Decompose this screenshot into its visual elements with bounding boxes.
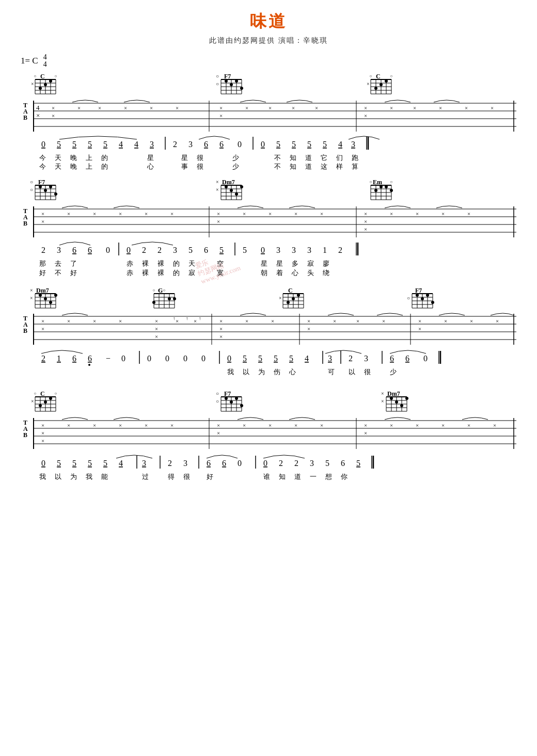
svg-text:×: × [279,295,282,301]
svg-text:×: × [333,318,336,324]
svg-text:我: 我 [39,473,46,480]
svg-text:×: × [381,398,384,404]
svg-text:×: × [382,318,385,324]
svg-text:3: 3 [150,140,154,149]
svg-text:×: × [364,226,367,232]
svg-text:↑: ↑ [173,316,176,321]
svg-text:5: 5 [307,140,311,149]
svg-text:天: 天 [55,163,61,170]
svg-text:○: ○ [34,74,37,78]
svg-text:○: ○ [216,81,219,87]
svg-point-433 [39,404,42,407]
svg-text:×: × [307,326,310,332]
svg-point-321 [297,294,300,297]
svg-point-291 [54,294,57,297]
svg-text:2: 2 [41,354,45,363]
svg-text:×: × [364,211,367,217]
svg-text:Dm7: Dm7 [387,390,400,397]
main-content: 1= C 4 4 C × [21,54,516,756]
svg-text:×: × [176,318,179,324]
svg-text:6: 6 [405,354,409,363]
svg-text:很: 很 [183,473,190,480]
svg-text:以: 以 [243,368,249,376]
svg-text:6: 6 [207,459,211,468]
svg-text:5: 5 [289,354,293,363]
svg-text:星: 星 [147,154,154,162]
svg-text:心: 心 [289,368,296,376]
svg-text:0: 0 [201,354,206,363]
notes-section-3: 2 1 6 6 − 0 0 0 0 0 0 5 5 5 5 4 [41,350,440,366]
svg-text:×: × [320,211,323,217]
svg-text:×: × [217,430,220,436]
svg-text:○: ○ [370,74,372,78]
svg-text:×: × [216,179,219,185]
lyrics-section-4-line1: 我 以 为 我 能 过 得 很 好 谁 知 道 一 想 你 [39,473,348,480]
svg-text:2: 2 [168,459,172,468]
svg-text:6: 6 [204,246,208,254]
svg-text:6: 6 [204,140,208,149]
notes-section-1: 0 5 5 5 5 4 4 3 2 3 6 6 0 0 5 [41,136,380,150]
svg-text:○: ○ [370,180,372,184]
svg-text:×: × [496,318,499,324]
svg-text:4: 4 [305,354,309,363]
svg-text:×: × [36,111,40,119]
svg-text:×: × [31,81,34,87]
chord-f7-4: F7 ○ ○ [216,390,243,411]
svg-text:Dm7: Dm7 [222,179,235,186]
svg-text:×: × [155,318,158,324]
svg-text:0: 0 [165,354,169,363]
chord-f7-1: F7 ○ ○ [216,73,243,94]
svg-point-172 [240,185,243,188]
svg-text:2: 2 [338,246,342,254]
svg-text:的: 的 [173,260,180,267]
svg-text:×: × [41,438,44,444]
svg-text:3: 3 [276,246,280,254]
svg-text:2: 2 [349,354,353,363]
svg-text:○: ○ [153,288,155,293]
svg-text:3: 3 [173,246,177,254]
svg-text:0: 0 [423,354,428,363]
time-top: 4 [43,54,47,61]
svg-text:多: 多 [292,260,298,267]
svg-text:×: × [93,422,96,428]
svg-text:B: B [23,114,27,121]
svg-point-184 [380,185,383,188]
svg-text:6: 6 [88,246,92,254]
svg-text:×: × [307,318,310,324]
svg-text:Dm7: Dm7 [36,287,49,294]
svg-point-468 [400,404,403,407]
svg-point-337 [421,297,424,300]
svg-text:2: 2 [142,246,146,254]
svg-text:好: 好 [39,269,46,277]
svg-text:道: 道 [305,163,312,170]
svg-text:3: 3 [183,459,187,468]
svg-text:寂: 寂 [188,269,195,277]
svg-text:×: × [390,422,393,428]
svg-text:我: 我 [227,368,234,376]
svg-text:○: ○ [216,73,219,79]
svg-text:心: 心 [291,269,298,277]
svg-text:×: × [364,430,367,436]
svg-text:×: × [170,211,173,217]
svg-text:很: 很 [197,154,203,162]
svg-text:C: C [376,73,381,80]
svg-text:6: 6 [88,354,92,363]
svg-text:×: × [67,422,70,428]
svg-text:我: 我 [86,473,92,480]
svg-text:×: × [315,105,318,111]
svg-point-431 [49,397,52,400]
svg-text:星: 星 [276,260,283,267]
svg-text:×: × [41,218,44,224]
svg-text:着: 着 [276,269,283,277]
svg-text:谁: 谁 [263,473,270,480]
svg-point-290 [49,301,52,304]
lyrics-section-2-line1: 那 去 了 赤 裸 裸 的 天 空 星 星 多 寂 廖 [39,260,329,267]
svg-point-289 [44,297,47,300]
svg-point-323 [287,301,290,304]
svg-text:○: ○ [30,179,33,185]
svg-text:2: 2 [157,246,162,254]
svg-text:0: 0 [147,354,151,363]
svg-text:×: × [41,422,44,428]
svg-point-153 [44,189,47,192]
svg-text:○: ○ [30,187,33,192]
